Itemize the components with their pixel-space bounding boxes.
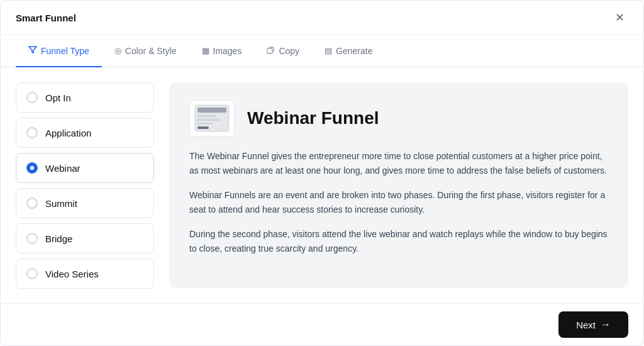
tab-generate[interactable]: ▤ Generate	[312, 36, 385, 67]
funnel-option-bridge[interactable]: Bridge	[16, 223, 154, 254]
tab-color-style[interactable]: ◎ Color & Style	[102, 36, 189, 67]
funnel-option-application[interactable]: Application	[16, 118, 154, 148]
radio-application	[26, 127, 38, 138]
detail-panel: Webinar Funnel The Webinar Funnel gives …	[169, 82, 628, 288]
funnel-label-summit: Summit	[45, 198, 77, 209]
smart-funnel-modal: Smart Funnel ✕ Funnel Type ◎ Color & Sty…	[0, 0, 644, 346]
svg-rect-3	[197, 115, 216, 117]
funnel-option-summit[interactable]: Summit	[16, 188, 154, 218]
tab-color-style-label: Color & Style	[125, 46, 177, 56]
detail-body: The Webinar Funnel gives the entrepreneu…	[189, 149, 608, 257]
copy-icon	[267, 46, 275, 56]
svg-rect-5	[197, 123, 213, 125]
funnel-label-bridge: Bridge	[45, 233, 72, 244]
tab-images[interactable]: ▦ Images	[189, 36, 255, 67]
detail-description-1: The Webinar Funnel gives the entrepreneu…	[189, 149, 608, 178]
radio-bridge	[26, 233, 38, 244]
funnel-list: Opt In Application Webinar Summit Bridge	[16, 82, 154, 288]
funnel-option-opt-in[interactable]: Opt In	[16, 82, 154, 113]
svg-rect-2	[197, 108, 226, 113]
funnel-type-icon	[28, 45, 37, 56]
detail-title: Webinar Funnel	[247, 108, 379, 128]
radio-opt-in	[26, 92, 38, 103]
tab-funnel-type[interactable]: Funnel Type	[16, 35, 102, 67]
tab-copy-label: Copy	[279, 46, 299, 56]
tab-images-label: Images	[213, 46, 242, 56]
funnel-option-webinar[interactable]: Webinar	[16, 153, 154, 183]
radio-video-series	[26, 268, 38, 279]
detail-description-2: Webinar Funnels are an event and are bro…	[189, 188, 608, 217]
detail-description-3: During the second phase, visitors attend…	[189, 227, 608, 256]
color-style-icon: ◎	[114, 46, 121, 55]
images-icon: ▦	[202, 46, 209, 55]
funnel-preview-icon	[189, 100, 235, 137]
main-content: Opt In Application Webinar Summit Bridge	[1, 67, 643, 303]
svg-rect-0	[267, 48, 272, 53]
modal-header: Smart Funnel ✕	[1, 1, 643, 35]
footer: Next →	[1, 303, 643, 345]
tab-funnel-type-label: Funnel Type	[41, 46, 89, 56]
next-button[interactable]: Next →	[558, 311, 628, 338]
next-label: Next	[576, 320, 596, 330]
svg-rect-6	[197, 126, 209, 129]
detail-header: Webinar Funnel	[189, 100, 608, 137]
generate-icon: ▤	[325, 46, 332, 55]
funnel-label-webinar: Webinar	[45, 163, 80, 174]
close-button[interactable]: ✕	[611, 11, 628, 25]
funnel-label-opt-in: Opt In	[45, 92, 71, 103]
funnel-label-video-series: Video Series	[45, 269, 99, 279]
radio-webinar	[26, 162, 38, 174]
svg-rect-4	[197, 119, 220, 121]
next-arrow-icon: →	[601, 319, 611, 330]
tab-copy[interactable]: Copy	[254, 36, 312, 67]
funnel-label-application: Application	[45, 128, 91, 138]
funnel-option-video-series[interactable]: Video Series	[16, 259, 154, 289]
tab-generate-label: Generate	[336, 46, 372, 56]
modal-title: Smart Funnel	[16, 13, 76, 23]
tabs-bar: Funnel Type ◎ Color & Style ▦ Images Cop…	[1, 35, 643, 67]
radio-summit	[26, 198, 38, 209]
